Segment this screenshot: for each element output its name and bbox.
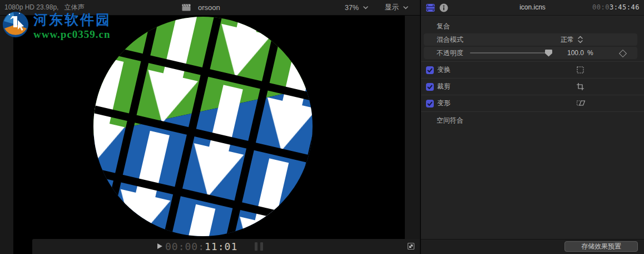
watermark: 河东软件园 www.pc0359.cn bbox=[2, 11, 111, 41]
pane-divider bbox=[420, 0, 421, 254]
popup-updown-chevrons-icon bbox=[578, 36, 583, 43]
format-text: 1080p HD 23.98p, bbox=[4, 3, 58, 11]
blend-mode-value: 正常 bbox=[561, 35, 574, 45]
keyframe-diamond-icon[interactable] bbox=[619, 49, 627, 57]
watermark-logo-icon bbox=[2, 11, 29, 38]
chevron-down-icon bbox=[363, 6, 368, 9]
watermark-site-url: www.pc0359.cn bbox=[33, 28, 111, 41]
inspector-pane: icon.icns 00:03:45:46 复合 混合模式 正常 不透明度 bbox=[421, 0, 644, 254]
video-frame-logo bbox=[13, 16, 405, 254]
opacity-unit: % bbox=[587, 47, 593, 59]
transform-checkbox[interactable] bbox=[426, 66, 434, 74]
play-icon[interactable] bbox=[157, 243, 162, 249]
opacity-slider-track[interactable] bbox=[470, 52, 548, 53]
distort-label: 变形 bbox=[437, 95, 450, 111]
transform-icon[interactable] bbox=[576, 66, 585, 74]
inspector-footer: 存储效果预置 bbox=[421, 239, 644, 254]
zoom-level-menu[interactable]: 37% bbox=[345, 0, 368, 15]
display-menu-label: 显示 bbox=[385, 3, 399, 12]
chevron-down-icon bbox=[403, 6, 408, 9]
clip-name-label: orsoon bbox=[198, 3, 220, 12]
display-menu[interactable]: 显示 bbox=[385, 0, 408, 15]
save-effects-preset-button[interactable]: 存储效果预置 bbox=[564, 241, 638, 252]
inspector-timecode: 00:03:45:46 bbox=[592, 0, 640, 15]
watermark-site-name: 河东软件园 bbox=[33, 11, 111, 28]
opacity-value[interactable]: 100.0 bbox=[556, 47, 584, 59]
playhead-timecode: 00:00:11:01 bbox=[165, 241, 237, 252]
effect-rows: 变换 裁剪 bbox=[421, 61, 644, 112]
inspector-body: 复合 混合模式 正常 不透明度 100.0 % bbox=[421, 16, 644, 239]
distort-icon[interactable] bbox=[576, 99, 585, 108]
video-canvas bbox=[13, 16, 405, 254]
transform-label: 变换 bbox=[437, 62, 450, 78]
crop-row: 裁剪 bbox=[421, 78, 644, 95]
crop-icon[interactable] bbox=[576, 82, 585, 91]
crop-checkbox[interactable] bbox=[426, 83, 434, 91]
transform-row: 变换 bbox=[421, 61, 644, 78]
distort-checkbox[interactable] bbox=[426, 100, 434, 108]
transport-bar: 00:00:11:01 bbox=[32, 239, 420, 254]
fullscreen-icon[interactable] bbox=[407, 242, 415, 251]
opacity-label: 不透明度 bbox=[437, 47, 463, 59]
compositing-section-header: 复合 bbox=[437, 20, 450, 32]
audio-meters-icon[interactable] bbox=[255, 242, 263, 251]
blend-mode-popup[interactable]: 正常 bbox=[561, 33, 583, 46]
app-window: 1080p HD 23.98p,立体声 orsoon 37% 显示 bbox=[0, 0, 644, 254]
inspector-header: icon.icns 00:03:45:46 bbox=[421, 0, 644, 16]
blend-mode-label: 混合模式 bbox=[437, 33, 463, 46]
watermark-text: 河东软件园 www.pc0359.cn bbox=[33, 11, 111, 41]
clapperboard-icon bbox=[182, 4, 191, 11]
clip-name-group: orsoon bbox=[182, 0, 220, 15]
viewer-pane: 1080p HD 23.98p,立体声 orsoon 37% 显示 bbox=[0, 0, 420, 254]
opacity-slider-thumb[interactable] bbox=[545, 50, 552, 57]
audio-format-text: 立体声 bbox=[64, 3, 84, 11]
spatial-conform-section-header: 空间符合 bbox=[437, 113, 463, 128]
opacity-row: 不透明度 100.0 % bbox=[424, 47, 637, 59]
crop-label: 裁剪 bbox=[437, 79, 450, 95]
blend-mode-row: 混合模式 正常 bbox=[424, 33, 637, 46]
distort-row: 变形 bbox=[421, 95, 644, 111]
zoom-level-value: 37% bbox=[345, 4, 359, 12]
